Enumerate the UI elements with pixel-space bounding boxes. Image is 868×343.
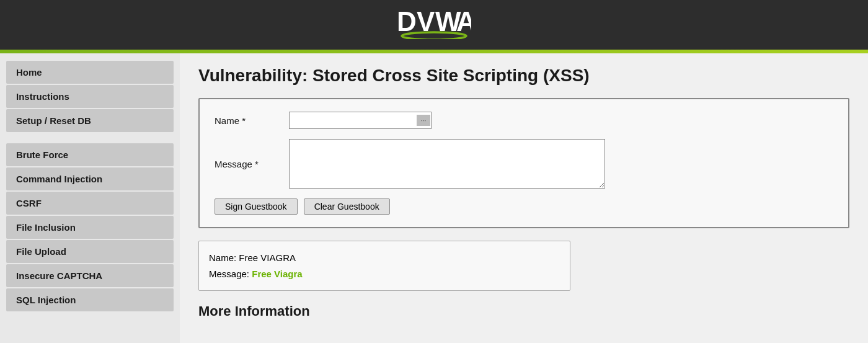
sign-guestbook-button[interactable]: Sign Guestbook [215, 198, 298, 215]
sidebar-item-setup-reset-db[interactable]: Setup / Reset DB [6, 109, 174, 132]
sidebar-top-section: Home Instructions Setup / Reset DB [0, 61, 180, 132]
header: D V W A [0, 0, 868, 50]
sidebar-item-insecure-captcha[interactable]: Insecure CAPTCHA [6, 264, 174, 287]
xss-form-box: Name * ··· Message * Sign Guestbook Clea… [198, 98, 849, 228]
name-input[interactable] [289, 112, 432, 129]
sidebar-divider [0, 136, 180, 142]
message-textarea[interactable] [289, 139, 605, 189]
sidebar-vuln-section: Brute Force Command Injection CSRF File … [0, 143, 180, 311]
name-form-row: Name * ··· [215, 112, 833, 129]
guestbook-name-label: Name: [209, 252, 236, 263]
guestbook-entry: Name: Free VIAGRA Message: Free Viagra [198, 241, 570, 291]
more-info-title: More Information [198, 303, 849, 319]
sidebar-item-csrf[interactable]: CSRF [6, 192, 174, 215]
clear-guestbook-button[interactable]: Clear Guestbook [304, 198, 390, 215]
name-label: Name * [215, 115, 289, 126]
sidebar-item-home[interactable]: Home [6, 61, 174, 84]
form-buttons: Sign Guestbook Clear Guestbook [215, 198, 833, 215]
name-input-wrap: ··· [289, 112, 432, 129]
main-content: Vulnerability: Stored Cross Site Scripti… [180, 53, 868, 343]
svg-text:A: A [456, 6, 471, 37]
dvwa-logo: D V W A [397, 5, 471, 45]
sidebar-item-brute-force[interactable]: Brute Force [6, 143, 174, 166]
sidebar-item-instructions[interactable]: Instructions [6, 85, 174, 108]
sidebar-item-sql-injection[interactable]: SQL Injection [6, 288, 174, 311]
sidebar-item-file-upload[interactable]: File Upload [6, 240, 174, 263]
sidebar: Home Instructions Setup / Reset DB Brute… [0, 53, 180, 343]
guestbook-name-text: Free VIAGRA [239, 252, 296, 263]
page-title: Vulnerability: Stored Cross Site Scripti… [198, 66, 849, 86]
sidebar-item-file-inclusion[interactable]: File Inclusion [6, 216, 174, 239]
guestbook-message-link[interactable]: Free Viagra [252, 269, 302, 279]
sidebar-item-command-injection[interactable]: Command Injection [6, 167, 174, 190]
message-label: Message * [215, 159, 289, 169]
maxlen-icon[interactable]: ··· [417, 115, 430, 126]
guestbook-message-label: Message: [209, 269, 249, 279]
message-form-row: Message * [215, 139, 833, 189]
